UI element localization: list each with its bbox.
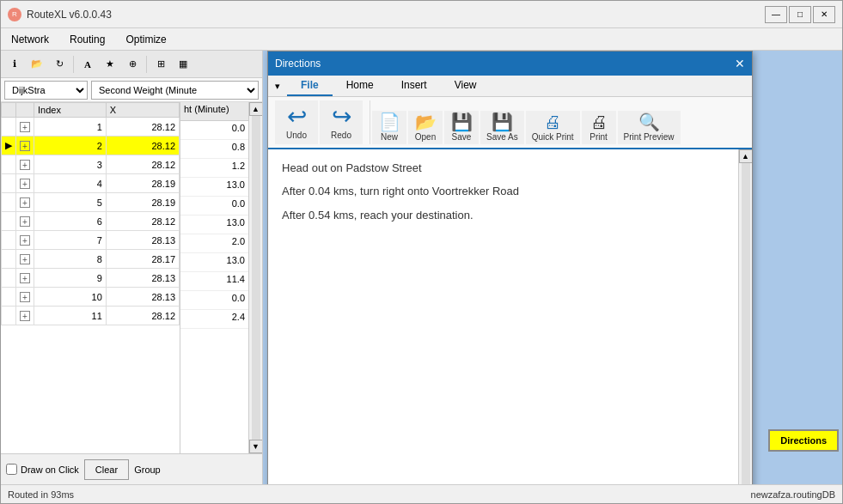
table-row[interactable]: +1128.12 <box>2 307 180 325</box>
row-expand-btn[interactable]: + <box>16 288 34 307</box>
redo-label: Redo <box>331 131 351 140</box>
print-preview-icon: 🔍 <box>638 113 660 131</box>
main-window: R RouteXL v6.0.0.43 — □ ✕ Network Routin… <box>0 0 843 504</box>
main-content: ℹ 📂 ↻ A ★ ⊕ ⊞ ▦ DijkStra Bellman-Ford A* <box>1 51 842 484</box>
chart-button[interactable]: ▦ <box>173 54 193 75</box>
dir-vscroll-track[interactable] <box>742 163 750 484</box>
table-container[interactable]: Index X +128.12▶+228.12+328.12+428.19+52… <box>1 102 180 453</box>
sep1 <box>73 56 74 73</box>
toolbar: ℹ 📂 ↻ A ★ ⊕ ⊞ ▦ <box>1 51 262 78</box>
directions-window: Directions ✕ ▾ File Home Insert View <box>267 51 753 484</box>
row-arrow <box>2 307 16 325</box>
row-arrow <box>2 118 16 137</box>
table-row[interactable]: +528.19 <box>2 193 180 212</box>
row-expand-btn[interactable]: + <box>16 118 34 137</box>
row-expand-btn[interactable]: + <box>16 155 34 174</box>
dir-close-button[interactable]: ✕ <box>735 57 745 70</box>
tab-view[interactable]: View <box>441 76 491 96</box>
directions-button[interactable]: Directions <box>768 429 839 452</box>
weight-cell: 0.0 <box>180 121 248 140</box>
pointer-button[interactable]: ⊕ <box>122 54 143 75</box>
cell-x: 28.13 <box>106 288 179 307</box>
row-expand-btn[interactable]: + <box>16 193 34 212</box>
weight-cells: 0.00.81.213.00.013.02.013.011.40.02.4 <box>180 121 248 329</box>
row-expand-btn[interactable]: + <box>16 307 34 325</box>
tab-insert[interactable]: Insert <box>388 76 441 96</box>
save-as-label: Save As <box>486 132 518 142</box>
table-row[interactable]: +628.12 <box>2 212 180 231</box>
menu-network[interactable]: Network <box>1 30 59 49</box>
cell-index: 1 <box>34 118 107 137</box>
minimize-button[interactable]: — <box>765 6 787 23</box>
vscroll-down[interactable]: ▼ <box>249 440 263 453</box>
road-button[interactable]: A <box>77 54 98 75</box>
save-button[interactable]: 💾 Save <box>444 111 479 144</box>
dir-window-title: Directions <box>275 58 735 70</box>
open-file-button[interactable]: 📂 <box>27 54 47 75</box>
table-row[interactable]: +728.13 <box>2 231 180 250</box>
saveas-icon: 💾 <box>492 113 513 131</box>
undo-button[interactable]: ↩ Undo <box>275 100 318 144</box>
quick-print-label: Quick Print <box>532 132 574 142</box>
maximize-button[interactable]: □ <box>789 6 811 23</box>
menu-optimize[interactable]: Optimize <box>115 30 176 49</box>
row-expand-btn[interactable]: + <box>16 269 34 288</box>
table-row[interactable]: +328.12 <box>2 155 180 174</box>
group-label: Group <box>134 465 161 475</box>
row-arrow: ▶ <box>2 137 16 155</box>
vscroll-track[interactable] <box>252 116 260 440</box>
draw-on-click-checkbox[interactable] <box>6 464 17 475</box>
table-row[interactable]: +828.17 <box>2 250 180 269</box>
grid-button[interactable]: ⊞ <box>150 54 171 75</box>
row-expand-btn[interactable]: + <box>16 250 34 269</box>
open-button[interactable]: 📂 Open <box>408 111 443 144</box>
dir-line-2: After 0.04 kms, turn right onto Voortrek… <box>282 181 724 201</box>
dir-line-1: Head out on Padstow Street <box>282 158 724 178</box>
row-expand-btn[interactable]: + <box>16 231 34 250</box>
redo-button[interactable]: ↪ Redo <box>320 100 363 144</box>
tab-home[interactable]: Home <box>333 76 388 96</box>
dir-vscroll-up[interactable]: ▲ <box>739 149 753 163</box>
print-preview-button[interactable]: 🔍 Print Preview <box>618 111 681 144</box>
refresh-button[interactable]: ↻ <box>49 54 70 75</box>
sep2 <box>146 56 147 73</box>
star-button[interactable]: ★ <box>100 54 120 75</box>
ribbon-tabs: ▾ File Home Insert View <box>268 76 752 97</box>
table-row[interactable]: +928.13 <box>2 269 180 288</box>
table-row[interactable]: +128.12 <box>2 118 180 137</box>
row-expand-btn[interactable]: + <box>16 212 34 231</box>
ribbon: ▾ File Home Insert View ↩ Undo <box>268 76 752 149</box>
weight-cell: 1.2 <box>180 159 248 178</box>
weight-cell: 0.8 <box>180 140 248 159</box>
directions-btn-container: Directions <box>767 428 840 453</box>
new-button[interactable]: 📄 New <box>372 111 406 144</box>
table-row[interactable]: +428.19 <box>2 174 180 193</box>
cell-index: 5 <box>34 193 107 212</box>
vscroll-up[interactable]: ▲ <box>249 102 263 116</box>
draw-on-click-label[interactable]: Draw on Click <box>6 464 79 475</box>
dir-vscroll[interactable]: ▲ ▼ <box>738 149 752 484</box>
dir-line-3: After 0.54 kms, reach your destination. <box>282 205 724 225</box>
weight-select[interactable]: Second Weight (Minute First Weight Dista… <box>91 81 259 100</box>
tab-file[interactable]: File <box>287 76 333 96</box>
table-row[interactable]: ▶+228.12 <box>2 137 180 155</box>
menu-routing[interactable]: Routing <box>59 30 115 49</box>
col-x: X <box>106 103 179 118</box>
cell-index: 9 <box>34 269 107 288</box>
vscroll[interactable]: ▲ ▼ <box>248 102 262 453</box>
quick-print-button[interactable]: 🖨 Quick Print <box>526 111 580 144</box>
dir-body: Head out on Padstow Street After 0.04 km… <box>268 149 738 484</box>
table-row[interactable]: +1028.13 <box>2 288 180 307</box>
weight-panel: ht (Minute) 0.00.81.213.00.013.02.013.01… <box>180 102 248 453</box>
save-as-button[interactable]: 💾 Save As <box>480 111 524 144</box>
row-expand-btn[interactable]: + <box>16 137 34 155</box>
row-arrow <box>2 212 16 231</box>
info-button[interactable]: ℹ <box>4 54 25 75</box>
row-expand-btn[interactable]: + <box>16 174 34 193</box>
close-button[interactable]: ✕ <box>813 6 835 23</box>
clear-button[interactable]: Clear <box>84 459 129 480</box>
algorithm-select[interactable]: DijkStra Bellman-Ford A* <box>4 81 88 100</box>
undo-label: Undo <box>286 131 307 140</box>
print-button[interactable]: 🖨 Print <box>582 111 616 144</box>
quick-access-dropdown[interactable]: ▾ <box>268 76 287 96</box>
